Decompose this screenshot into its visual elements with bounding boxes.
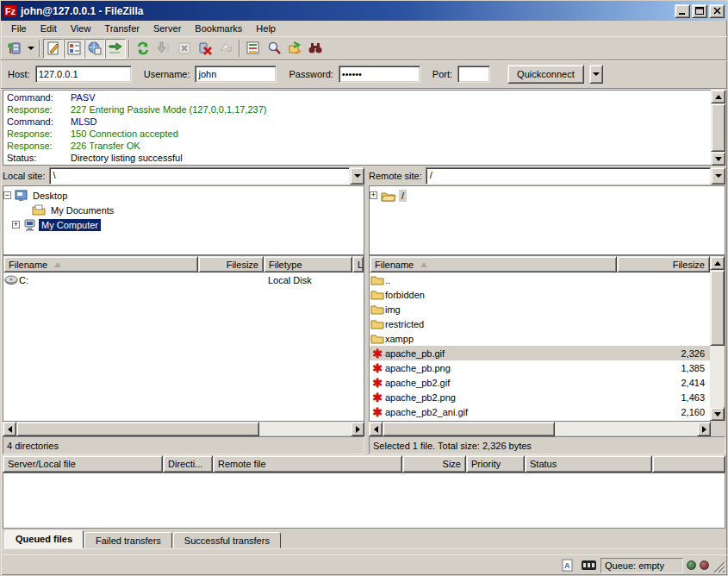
file-row[interactable]: forbidden bbox=[370, 287, 710, 302]
sort-ascending-icon bbox=[54, 262, 61, 267]
tree-expand-toggle[interactable]: + bbox=[12, 221, 20, 229]
file-row[interactable]: xampp bbox=[370, 331, 710, 346]
maximize-button[interactable] bbox=[692, 4, 707, 18]
scroll-down-button[interactable] bbox=[710, 407, 725, 421]
tree-item-my-computer[interactable]: + My Computer bbox=[3, 217, 364, 232]
file-row[interactable]: ✱ apache_pb2_ani.gif 2,160 bbox=[370, 404, 710, 419]
column-header-filetype[interactable]: Filetype bbox=[264, 256, 352, 272]
minimize-button[interactable] bbox=[675, 4, 690, 18]
column-header-last-modified[interactable]: L bbox=[352, 256, 364, 272]
scrollbar-thumb[interactable] bbox=[711, 103, 725, 152]
menu-server[interactable]: Server bbox=[146, 22, 188, 35]
column-header-filename[interactable]: Filename bbox=[3, 256, 198, 272]
directory-comparison-button[interactable] bbox=[264, 39, 284, 59]
password-input[interactable] bbox=[339, 66, 420, 83]
toggle-local-tree-button[interactable] bbox=[64, 39, 84, 59]
column-header-filename[interactable]: Filename bbox=[370, 256, 617, 272]
scrollbar-thumb[interactable] bbox=[383, 422, 555, 436]
remote-site-value[interactable]: / bbox=[426, 167, 711, 185]
file-row[interactable]: ✱ apache_pb2.png 1,463 bbox=[370, 390, 710, 404]
column-header-filesize[interactable]: Filesize bbox=[198, 256, 264, 272]
filename-filters-button[interactable] bbox=[243, 39, 264, 59]
local-directory-tree[interactable]: − Desktop My Documents + bbox=[3, 185, 364, 255]
log-line: Response:150 Connection accepted bbox=[3, 128, 711, 140]
cancel-icon bbox=[177, 41, 192, 56]
local-list-body[interactable]: C: Local Disk bbox=[3, 272, 364, 421]
scroll-left-button[interactable] bbox=[3, 422, 16, 436]
tree-item-root[interactable]: + / bbox=[370, 188, 725, 203]
cancel-operation-button[interactable] bbox=[174, 39, 195, 59]
queue-column-status[interactable]: Status bbox=[525, 455, 652, 473]
tree-collapse-toggle[interactable]: − bbox=[3, 191, 11, 199]
menu-file[interactable]: File bbox=[4, 22, 34, 35]
menu-bookmarks[interactable]: Bookmarks bbox=[188, 22, 249, 35]
scroll-right-button[interactable] bbox=[697, 422, 711, 436]
local-horizontal-scrollbar[interactable] bbox=[3, 421, 364, 435]
scroll-right-button[interactable] bbox=[351, 422, 364, 436]
local-site-value[interactable]: \ bbox=[49, 167, 350, 185]
transfer-type-indicator[interactable]: A bbox=[559, 558, 576, 573]
scroll-left-button[interactable] bbox=[369, 422, 383, 436]
speed-limit-indicator[interactable] bbox=[580, 558, 597, 573]
queue-column-server-local-file[interactable]: Server/Local file bbox=[3, 455, 163, 473]
remote-site-combobox[interactable]: / bbox=[426, 167, 725, 185]
synchronized-browsing-button[interactable] bbox=[284, 39, 305, 59]
menu-edit[interactable]: Edit bbox=[34, 22, 64, 35]
queue-column-remote-file[interactable]: Remote file bbox=[213, 455, 402, 473]
toggle-transfer-queue-button[interactable] bbox=[105, 39, 126, 59]
title-bar[interactable]: Fz john@127.0.0.1 - FileZilla bbox=[1, 1, 727, 21]
scroll-down-button[interactable] bbox=[711, 152, 725, 166]
remote-directory-tree[interactable]: + / bbox=[369, 185, 725, 255]
scroll-up-button[interactable] bbox=[711, 90, 725, 103]
log-vertical-scrollbar[interactable] bbox=[711, 90, 725, 166]
menu-help[interactable]: Help bbox=[249, 22, 283, 35]
site-manager-button[interactable] bbox=[4, 39, 25, 59]
tree-item-label-selected: My Computer bbox=[39, 219, 101, 231]
queue-list[interactable] bbox=[3, 473, 725, 529]
tree-item-my-documents[interactable]: My Documents bbox=[3, 203, 364, 217]
local-site-combobox[interactable]: \ bbox=[49, 167, 364, 185]
host-input[interactable] bbox=[35, 66, 132, 83]
disconnect-button[interactable] bbox=[195, 39, 215, 59]
scrollbar-thumb[interactable] bbox=[710, 270, 725, 346]
toggle-remote-tree-button[interactable] bbox=[84, 39, 105, 59]
resize-grip[interactable] bbox=[712, 560, 725, 573]
queue-column-direction[interactable]: Directi... bbox=[163, 455, 213, 473]
tree-expand-toggle[interactable]: + bbox=[370, 191, 377, 199]
message-log[interactable]: Command:PASV Response:227 Entering Passi… bbox=[3, 90, 711, 166]
scrollbar-thumb[interactable] bbox=[16, 422, 259, 436]
column-header-filesize[interactable]: Filesize bbox=[617, 256, 710, 272]
file-row[interactable]: restricted bbox=[370, 316, 710, 331]
file-row[interactable]: .. bbox=[370, 272, 710, 287]
find-files-button[interactable] bbox=[305, 39, 326, 59]
file-row-c-drive[interactable]: C: Local Disk bbox=[3, 272, 364, 287]
remote-horizontal-scrollbar[interactable] bbox=[369, 421, 711, 435]
queue-column-priority[interactable]: Priority bbox=[466, 455, 525, 473]
process-queue-button[interactable] bbox=[153, 39, 174, 59]
refresh-button[interactable] bbox=[133, 39, 153, 59]
menu-transfer[interactable]: Transfer bbox=[97, 22, 146, 35]
file-row[interactable]: img bbox=[370, 302, 710, 316]
site-manager-dropdown-button[interactable] bbox=[25, 39, 36, 59]
file-row[interactable]: ✱ apache_pb2.gif 2,414 bbox=[370, 375, 710, 390]
remote-vertical-scrollbar[interactable] bbox=[710, 256, 725, 421]
file-row[interactable]: ✱ apache_pb.png 1,385 bbox=[370, 360, 710, 375]
tab-successful-transfers[interactable]: Successful transfers bbox=[173, 532, 281, 548]
tab-failed-transfers[interactable]: Failed transfers bbox=[84, 532, 172, 548]
port-input[interactable] bbox=[457, 66, 490, 83]
quickconnect-button[interactable]: Quickconnect bbox=[507, 65, 584, 84]
tab-queued-files[interactable]: Queued files bbox=[4, 530, 84, 548]
tree-item-desktop[interactable]: − Desktop bbox=[3, 188, 364, 203]
toggle-message-log-button[interactable] bbox=[43, 39, 64, 59]
username-input[interactable] bbox=[195, 66, 277, 83]
queue-column-size[interactable]: Size bbox=[402, 455, 466, 473]
close-button[interactable] bbox=[709, 4, 725, 18]
reconnect-button[interactable] bbox=[215, 39, 236, 59]
remote-site-dropdown-button[interactable] bbox=[711, 167, 725, 185]
local-site-dropdown-button[interactable] bbox=[350, 167, 364, 185]
quickconnect-dropdown-button[interactable] bbox=[589, 65, 603, 84]
menu-view[interactable]: View bbox=[64, 22, 98, 35]
remote-list-body[interactable]: .. forbidden img bbox=[370, 272, 710, 421]
scroll-up-button[interactable] bbox=[710, 256, 725, 270]
file-row-selected[interactable]: ✱ apache_pb.gif 2,326 bbox=[370, 346, 710, 360]
